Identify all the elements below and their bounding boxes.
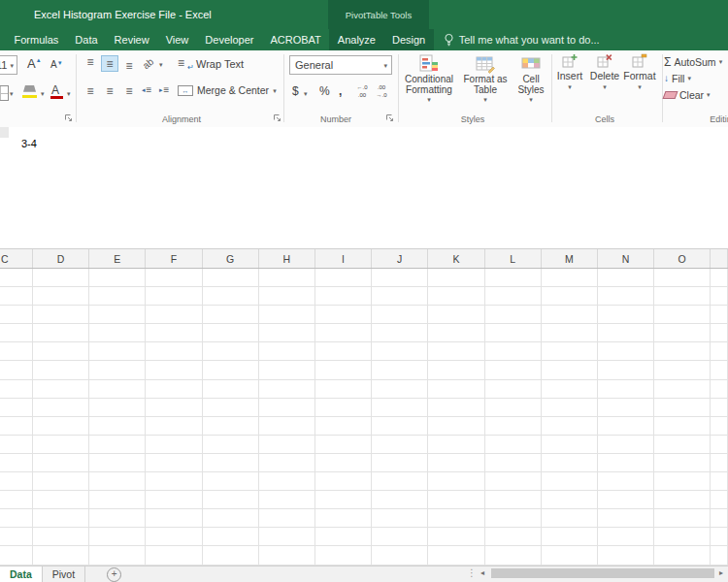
grid-cell[interactable]: [0, 399, 33, 417]
tell-me-box[interactable]: Tell me what you want to do...: [444, 29, 600, 50]
grid-cell[interactable]: [33, 380, 89, 399]
grid-cell[interactable]: [654, 342, 711, 361]
grid-cell[interactable]: [89, 324, 146, 342]
alignment-dialog-launcher-icon[interactable]: [273, 113, 281, 122]
font-color-dropdown-icon[interactable]: ▾: [67, 90, 71, 97]
grid-cell[interactable]: [203, 342, 259, 361]
column-header-K[interactable]: K: [428, 249, 484, 268]
grid-cell[interactable]: [0, 528, 33, 546]
grid-cell[interactable]: [711, 472, 728, 491]
percent-style-button[interactable]: %: [319, 84, 330, 98]
column-header-E[interactable]: E: [89, 249, 146, 268]
grid-cell[interactable]: [203, 287, 259, 306]
grid-cell[interactable]: [598, 306, 654, 324]
grid-cell[interactable]: [598, 454, 654, 472]
grid-cell[interactable]: [89, 380, 146, 399]
grid-cell[interactable]: [542, 361, 598, 379]
grid-cell[interactable]: [711, 324, 728, 342]
grid-cell[interactable]: [598, 361, 654, 379]
grid-cell[interactable]: [315, 491, 372, 509]
grid-cell[interactable]: [598, 399, 654, 417]
grid-cell[interactable]: [0, 269, 33, 287]
grid-cell[interactable]: [598, 380, 654, 399]
grid-cell[interactable]: [711, 509, 728, 528]
grid-cell[interactable]: [259, 436, 315, 454]
column-header-L[interactable]: L: [485, 249, 542, 268]
grid-cell[interactable]: [711, 380, 728, 399]
grid-cell[interactable]: [259, 306, 315, 324]
grid-cell[interactable]: [598, 472, 654, 491]
grid-cell[interactable]: [485, 287, 542, 306]
grid-cell[interactable]: [203, 380, 259, 399]
grid-cell[interactable]: [598, 417, 654, 436]
grid-cell[interactable]: [146, 399, 202, 417]
grid-cell[interactable]: [33, 361, 89, 379]
grid-cell[interactable]: [33, 436, 89, 454]
grid-cell[interactable]: [203, 399, 259, 417]
align-right-button[interactable]: ≡: [120, 82, 138, 99]
cell-styles-button[interactable]: Cell Styles ▾: [513, 52, 548, 103]
grid-cell[interactable]: [315, 380, 372, 399]
grid-cell[interactable]: [711, 491, 728, 509]
grid-cell[interactable]: [259, 380, 315, 399]
increase-decimal-button[interactable]: ←.0.00: [353, 83, 371, 100]
grid-cell[interactable]: [146, 546, 202, 565]
column-header-D[interactable]: D: [33, 249, 89, 268]
scroll-right-icon[interactable]: ▸: [719, 569, 723, 577]
grid-cell[interactable]: [542, 417, 598, 436]
grid-cell[interactable]: [203, 324, 259, 342]
column-header-J[interactable]: J: [372, 249, 428, 268]
grid-cell[interactable]: [428, 269, 484, 287]
grid-cell[interactable]: [428, 528, 484, 546]
fill-color-icon[interactable]: [23, 85, 36, 93]
grid-cell[interactable]: [542, 399, 598, 417]
grid-cell[interactable]: [33, 528, 89, 546]
grid-cell[interactable]: [315, 324, 372, 342]
grid-cell[interactable]: [0, 472, 33, 491]
grid-cell[interactable]: [711, 306, 728, 324]
grid-cell[interactable]: [428, 472, 484, 491]
grid-cell[interactable]: [654, 472, 711, 491]
grid-cell[interactable]: [33, 306, 89, 324]
grid-cell[interactable]: [485, 546, 542, 565]
grid-cell[interactable]: [89, 546, 146, 565]
grid-cell[interactable]: [542, 528, 598, 546]
grid-cell[interactable]: [711, 287, 728, 306]
grid-cell[interactable]: [654, 380, 711, 399]
borders-icon[interactable]: [0, 85, 9, 101]
grid-cell[interactable]: [0, 491, 33, 509]
grid-cell[interactable]: [315, 454, 372, 472]
grid-cell[interactable]: [203, 491, 259, 509]
grid-cell[interactable]: [315, 306, 372, 324]
grid-cell[interactable]: [711, 436, 728, 454]
grid-cell[interactable]: [0, 306, 33, 324]
ribbon-tab-analyze[interactable]: Analyze: [329, 29, 383, 50]
grid-cell[interactable]: [485, 454, 542, 472]
grid-cell[interactable]: [654, 324, 711, 342]
grid-cell[interactable]: [33, 509, 89, 528]
grid-cell[interactable]: [89, 342, 146, 361]
grid-cell[interactable]: [372, 380, 428, 399]
column-header-C[interactable]: C: [0, 249, 33, 268]
grid-cell[interactable]: [33, 287, 89, 306]
decrease-decimal-button[interactable]: .00→.0: [373, 83, 390, 100]
grid-cell[interactable]: [542, 380, 598, 399]
sheet-tab-pivot[interactable]: Pivot: [43, 566, 85, 582]
grid-cell[interactable]: [33, 417, 89, 436]
grid-cell[interactable]: [259, 454, 315, 472]
grid-cell[interactable]: [203, 528, 259, 546]
font-size-combobox[interactable]: 11 ▾: [0, 55, 17, 75]
grid-cell[interactable]: [33, 399, 89, 417]
grid-cell[interactable]: [654, 528, 711, 546]
grid-cell[interactable]: [598, 528, 654, 546]
grid-cell[interactable]: [203, 361, 259, 379]
scroll-left-icon[interactable]: ◂: [480, 569, 484, 577]
wrap-text-button[interactable]: ≡ ↵ Wrap Text: [178, 57, 244, 70]
grid-cell[interactable]: [485, 269, 542, 287]
grid-cell[interactable]: [654, 361, 711, 379]
merge-center-button[interactable]: ↔ Merge & Center ▾: [178, 84, 277, 96]
grid-cell[interactable]: [259, 509, 315, 528]
format-cells-button[interactable]: Format ▾: [621, 53, 658, 90]
grid-cell[interactable]: [428, 454, 484, 472]
grid-cell[interactable]: [542, 546, 598, 565]
